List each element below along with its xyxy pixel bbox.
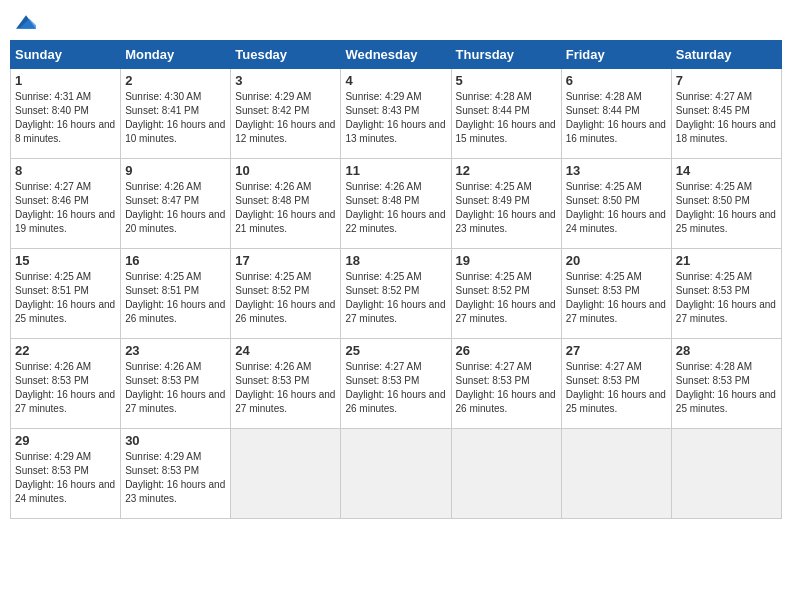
- calendar-cell: 22Sunrise: 4:26 AMSunset: 8:53 PMDayligh…: [11, 338, 121, 428]
- header: [10, 10, 782, 32]
- day-number: 18: [345, 253, 446, 268]
- day-number: 24: [235, 343, 336, 358]
- cell-details: Sunrise: 4:26 AMSunset: 8:48 PMDaylight:…: [345, 181, 445, 234]
- calendar-cell: 13Sunrise: 4:25 AMSunset: 8:50 PMDayligh…: [561, 158, 671, 248]
- calendar-cell: [671, 428, 781, 518]
- day-number: 8: [15, 163, 116, 178]
- cell-details: Sunrise: 4:25 AMSunset: 8:52 PMDaylight:…: [235, 271, 335, 324]
- day-number: 19: [456, 253, 557, 268]
- calendar-cell: 20Sunrise: 4:25 AMSunset: 8:53 PMDayligh…: [561, 248, 671, 338]
- day-number: 17: [235, 253, 336, 268]
- calendar-week-1: 1Sunrise: 4:31 AMSunset: 8:40 PMDaylight…: [11, 68, 782, 158]
- day-number: 13: [566, 163, 667, 178]
- cell-details: Sunrise: 4:26 AMSunset: 8:53 PMDaylight:…: [15, 361, 115, 414]
- day-number: 9: [125, 163, 226, 178]
- day-header-tuesday: Tuesday: [231, 40, 341, 68]
- cell-details: Sunrise: 4:25 AMSunset: 8:51 PMDaylight:…: [15, 271, 115, 324]
- day-number: 30: [125, 433, 226, 448]
- day-number: 26: [456, 343, 557, 358]
- calendar-cell: 28Sunrise: 4:28 AMSunset: 8:53 PMDayligh…: [671, 338, 781, 428]
- day-number: 2: [125, 73, 226, 88]
- cell-details: Sunrise: 4:25 AMSunset: 8:52 PMDaylight:…: [456, 271, 556, 324]
- cell-details: Sunrise: 4:29 AMSunset: 8:42 PMDaylight:…: [235, 91, 335, 144]
- calendar-cell: 11Sunrise: 4:26 AMSunset: 8:48 PMDayligh…: [341, 158, 451, 248]
- calendar-cell: 15Sunrise: 4:25 AMSunset: 8:51 PMDayligh…: [11, 248, 121, 338]
- calendar-body: 1Sunrise: 4:31 AMSunset: 8:40 PMDaylight…: [11, 68, 782, 518]
- calendar-cell: 12Sunrise: 4:25 AMSunset: 8:49 PMDayligh…: [451, 158, 561, 248]
- calendar: SundayMondayTuesdayWednesdayThursdayFrid…: [10, 40, 782, 519]
- cell-details: Sunrise: 4:29 AMSunset: 8:53 PMDaylight:…: [125, 451, 225, 504]
- calendar-cell: 4Sunrise: 4:29 AMSunset: 8:43 PMDaylight…: [341, 68, 451, 158]
- day-number: 29: [15, 433, 116, 448]
- cell-details: Sunrise: 4:26 AMSunset: 8:53 PMDaylight:…: [125, 361, 225, 414]
- calendar-cell: 17Sunrise: 4:25 AMSunset: 8:52 PMDayligh…: [231, 248, 341, 338]
- cell-details: Sunrise: 4:29 AMSunset: 8:53 PMDaylight:…: [15, 451, 115, 504]
- calendar-cell: 3Sunrise: 4:29 AMSunset: 8:42 PMDaylight…: [231, 68, 341, 158]
- day-header-sunday: Sunday: [11, 40, 121, 68]
- calendar-cell: [561, 428, 671, 518]
- calendar-cell: 2Sunrise: 4:30 AMSunset: 8:41 PMDaylight…: [121, 68, 231, 158]
- cell-details: Sunrise: 4:29 AMSunset: 8:43 PMDaylight:…: [345, 91, 445, 144]
- calendar-week-5: 29Sunrise: 4:29 AMSunset: 8:53 PMDayligh…: [11, 428, 782, 518]
- cell-details: Sunrise: 4:25 AMSunset: 8:49 PMDaylight:…: [456, 181, 556, 234]
- cell-details: Sunrise: 4:26 AMSunset: 8:47 PMDaylight:…: [125, 181, 225, 234]
- calendar-cell: 26Sunrise: 4:27 AMSunset: 8:53 PMDayligh…: [451, 338, 561, 428]
- day-number: 5: [456, 73, 557, 88]
- day-number: 22: [15, 343, 116, 358]
- day-number: 6: [566, 73, 667, 88]
- day-number: 14: [676, 163, 777, 178]
- day-number: 20: [566, 253, 667, 268]
- calendar-cell: 10Sunrise: 4:26 AMSunset: 8:48 PMDayligh…: [231, 158, 341, 248]
- day-number: 16: [125, 253, 226, 268]
- day-number: 10: [235, 163, 336, 178]
- cell-details: Sunrise: 4:26 AMSunset: 8:48 PMDaylight:…: [235, 181, 335, 234]
- cell-details: Sunrise: 4:28 AMSunset: 8:44 PMDaylight:…: [456, 91, 556, 144]
- day-number: 1: [15, 73, 116, 88]
- calendar-cell: 29Sunrise: 4:29 AMSunset: 8:53 PMDayligh…: [11, 428, 121, 518]
- calendar-cell: 27Sunrise: 4:27 AMSunset: 8:53 PMDayligh…: [561, 338, 671, 428]
- calendar-cell: 8Sunrise: 4:27 AMSunset: 8:46 PMDaylight…: [11, 158, 121, 248]
- day-number: 23: [125, 343, 226, 358]
- logo-icon: [16, 12, 36, 32]
- calendar-week-3: 15Sunrise: 4:25 AMSunset: 8:51 PMDayligh…: [11, 248, 782, 338]
- day-number: 15: [15, 253, 116, 268]
- calendar-cell: 21Sunrise: 4:25 AMSunset: 8:53 PMDayligh…: [671, 248, 781, 338]
- cell-details: Sunrise: 4:27 AMSunset: 8:53 PMDaylight:…: [345, 361, 445, 414]
- cell-details: Sunrise: 4:30 AMSunset: 8:41 PMDaylight:…: [125, 91, 225, 144]
- calendar-cell: 18Sunrise: 4:25 AMSunset: 8:52 PMDayligh…: [341, 248, 451, 338]
- cell-details: Sunrise: 4:31 AMSunset: 8:40 PMDaylight:…: [15, 91, 115, 144]
- calendar-cell: 30Sunrise: 4:29 AMSunset: 8:53 PMDayligh…: [121, 428, 231, 518]
- day-header-thursday: Thursday: [451, 40, 561, 68]
- day-number: 4: [345, 73, 446, 88]
- cell-details: Sunrise: 4:28 AMSunset: 8:53 PMDaylight:…: [676, 361, 776, 414]
- cell-details: Sunrise: 4:28 AMSunset: 8:44 PMDaylight:…: [566, 91, 666, 144]
- cell-details: Sunrise: 4:27 AMSunset: 8:45 PMDaylight:…: [676, 91, 776, 144]
- calendar-cell: 19Sunrise: 4:25 AMSunset: 8:52 PMDayligh…: [451, 248, 561, 338]
- cell-details: Sunrise: 4:25 AMSunset: 8:53 PMDaylight:…: [566, 271, 666, 324]
- calendar-week-4: 22Sunrise: 4:26 AMSunset: 8:53 PMDayligh…: [11, 338, 782, 428]
- calendar-cell: 5Sunrise: 4:28 AMSunset: 8:44 PMDaylight…: [451, 68, 561, 158]
- calendar-header-row: SundayMondayTuesdayWednesdayThursdayFrid…: [11, 40, 782, 68]
- cell-details: Sunrise: 4:25 AMSunset: 8:53 PMDaylight:…: [676, 271, 776, 324]
- day-number: 7: [676, 73, 777, 88]
- cell-details: Sunrise: 4:27 AMSunset: 8:46 PMDaylight:…: [15, 181, 115, 234]
- calendar-cell: 6Sunrise: 4:28 AMSunset: 8:44 PMDaylight…: [561, 68, 671, 158]
- cell-details: Sunrise: 4:27 AMSunset: 8:53 PMDaylight:…: [566, 361, 666, 414]
- day-number: 25: [345, 343, 446, 358]
- cell-details: Sunrise: 4:25 AMSunset: 8:52 PMDaylight:…: [345, 271, 445, 324]
- day-header-saturday: Saturday: [671, 40, 781, 68]
- cell-details: Sunrise: 4:25 AMSunset: 8:51 PMDaylight:…: [125, 271, 225, 324]
- cell-details: Sunrise: 4:25 AMSunset: 8:50 PMDaylight:…: [676, 181, 776, 234]
- cell-details: Sunrise: 4:25 AMSunset: 8:50 PMDaylight:…: [566, 181, 666, 234]
- day-header-friday: Friday: [561, 40, 671, 68]
- cell-details: Sunrise: 4:26 AMSunset: 8:53 PMDaylight:…: [235, 361, 335, 414]
- day-number: 3: [235, 73, 336, 88]
- calendar-cell: 1Sunrise: 4:31 AMSunset: 8:40 PMDaylight…: [11, 68, 121, 158]
- calendar-cell: [341, 428, 451, 518]
- day-header-monday: Monday: [121, 40, 231, 68]
- calendar-week-2: 8Sunrise: 4:27 AMSunset: 8:46 PMDaylight…: [11, 158, 782, 248]
- calendar-cell: [451, 428, 561, 518]
- calendar-cell: 14Sunrise: 4:25 AMSunset: 8:50 PMDayligh…: [671, 158, 781, 248]
- day-header-wednesday: Wednesday: [341, 40, 451, 68]
- day-number: 21: [676, 253, 777, 268]
